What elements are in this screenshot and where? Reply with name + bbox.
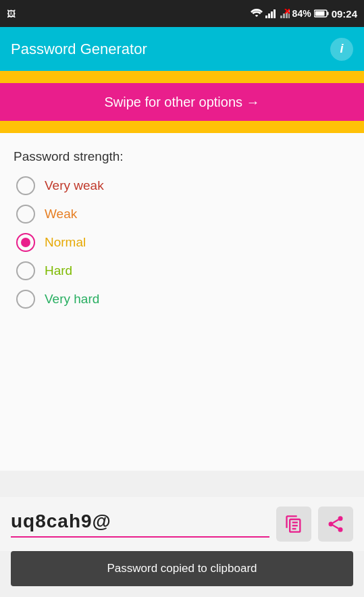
copy-button[interactable] (276, 507, 311, 542)
radio-item-hard[interactable]: Hard (16, 261, 350, 280)
svg-rect-4 (280, 16, 282, 18)
svg-rect-1 (268, 14, 270, 18)
password-display: uq8cah9@ (11, 511, 111, 531)
radio-item-weak[interactable]: Weak (16, 205, 350, 224)
svg-point-17 (329, 522, 334, 527)
password-row: uq8cah9@ (0, 497, 364, 551)
share-button[interactable] (318, 507, 353, 542)
svg-rect-11 (327, 12, 328, 16)
status-right: 84% 09:24 (251, 8, 357, 20)
svg-rect-5 (283, 14, 285, 18)
svg-rect-12 (315, 11, 324, 16)
radio-inner-normal (21, 238, 30, 247)
app-title: Password Generator (11, 41, 147, 58)
signal-icon (265, 9, 278, 18)
radio-label-very-hard: Very hard (45, 292, 99, 307)
radio-label-very-weak: Very weak (45, 178, 104, 193)
svg-rect-13 (292, 522, 298, 523)
radio-outer-normal (16, 233, 35, 252)
radio-label-weak: Weak (45, 207, 77, 222)
radio-label-hard: Hard (45, 263, 72, 278)
battery-percent: 84% (292, 8, 311, 19)
radio-outer-very-weak (16, 176, 35, 195)
radio-item-very-hard[interactable]: Very hard (16, 290, 350, 309)
yellow-bar-top (0, 71, 364, 83)
info-button[interactable]: i (330, 38, 353, 61)
copy-icon (284, 515, 303, 534)
svg-line-19 (333, 525, 338, 529)
radio-outer-very-hard (16, 290, 35, 309)
app-header: Password Generator i (0, 27, 364, 71)
wifi-icon (251, 9, 263, 18)
radio-item-very-weak[interactable]: Very weak (16, 176, 350, 195)
svg-point-16 (338, 516, 343, 521)
svg-point-18 (338, 527, 343, 532)
svg-rect-3 (274, 9, 276, 18)
svg-rect-14 (292, 525, 298, 526)
svg-rect-15 (292, 528, 296, 529)
radio-outer-weak (16, 205, 35, 224)
status-bar: 🖼 84% 09:24 (0, 0, 364, 27)
bottom-area: uq8cah9@ Password copied to clipboard (0, 497, 364, 597)
yellow-bar-bottom (0, 121, 364, 133)
password-display-wrap: uq8cah9@ (11, 511, 269, 538)
swipe-banner[interactable]: Swipe for other options → (0, 83, 364, 121)
svg-line-20 (333, 520, 338, 523)
radio-outer-hard (16, 261, 35, 280)
password-strength-label: Password strength: (14, 149, 350, 164)
no-data-icon (280, 9, 290, 18)
radio-item-normal[interactable]: Normal (16, 233, 350, 252)
status-time: 09:24 (332, 8, 357, 20)
status-left: 🖼 (7, 9, 16, 19)
share-icon (326, 515, 345, 534)
svg-rect-0 (265, 16, 267, 18)
radio-label-normal: Normal (45, 235, 86, 250)
content-spacer (0, 309, 364, 471)
svg-rect-2 (271, 11, 273, 18)
main-content: Password strength: Very weak Weak Normal… (0, 133, 364, 309)
image-icon: 🖼 (7, 9, 16, 19)
radio-group: Very weak Weak Normal Hard Very hard (14, 176, 350, 309)
battery-icon (314, 9, 329, 18)
toast-message: Password copied to clipboard (11, 551, 353, 586)
